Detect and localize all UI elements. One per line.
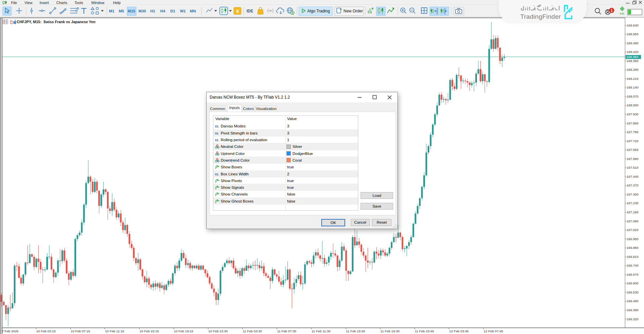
svg-text:01: 01	[215, 138, 219, 142]
svg-text:H4: H4	[160, 9, 165, 13]
svg-text:Algo Trading: Algo Trading	[307, 9, 330, 13]
svg-text:MN: MN	[190, 9, 196, 13]
svg-text:M15: M15	[128, 9, 136, 13]
svg-text:W1: W1	[180, 9, 186, 13]
svg-text:M1: M1	[109, 9, 115, 13]
svg-text:01: 01	[215, 172, 219, 176]
svg-text:New Order: New Order	[343, 9, 363, 13]
svg-text:IDE: IDE	[247, 9, 253, 13]
svg-text:1: 1	[610, 8, 612, 12]
svg-text:M5: M5	[119, 9, 124, 13]
svg-text:01: 01	[215, 131, 219, 135]
svg-text:01: 01	[215, 124, 219, 128]
svg-text:D1: D1	[170, 9, 175, 13]
svg-text:LVL: LVL	[620, 12, 625, 15]
svg-text:H1: H1	[150, 9, 155, 13]
svg-text:M30: M30	[139, 9, 146, 13]
svg-text:$: $	[236, 9, 239, 14]
